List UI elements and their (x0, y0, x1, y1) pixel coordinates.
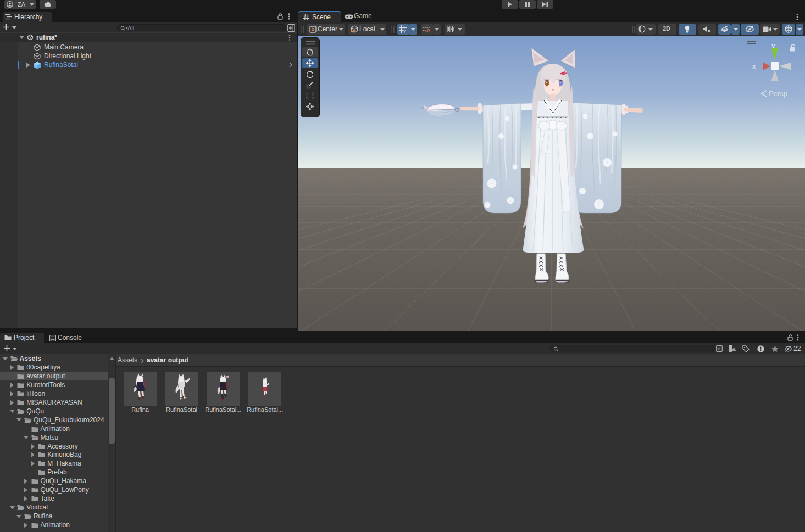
svg-text:Y: Y (403, 29, 406, 33)
svg-text:Persp: Persp (769, 89, 787, 98)
svg-text:y: y (771, 41, 775, 49)
svg-text:x: x (752, 62, 756, 70)
